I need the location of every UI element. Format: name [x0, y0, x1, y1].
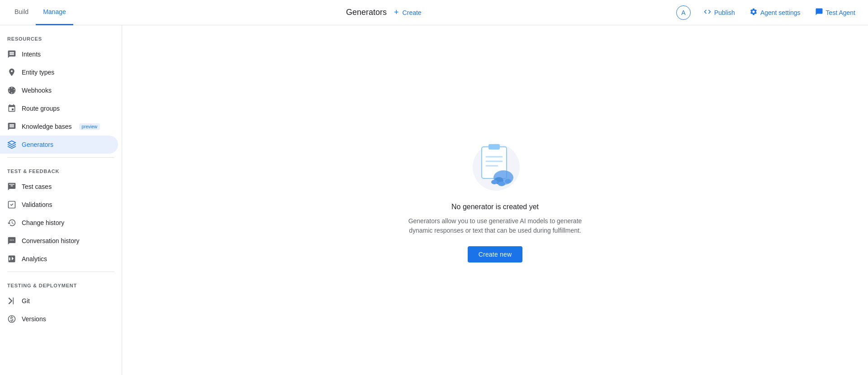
- sidebar-item-label: Intents: [22, 51, 41, 58]
- agent-settings-button[interactable]: Agent settings: [744, 5, 806, 20]
- sidebar: RESOURCES Intents Entity types Webhooks …: [0, 25, 122, 375]
- sidebar-item-label: Webhooks: [22, 87, 52, 94]
- sidebar-item-entity-types[interactable]: Entity types: [0, 63, 118, 81]
- changehistory-icon: [7, 218, 16, 227]
- settings-icon: [749, 8, 758, 17]
- avatar[interactable]: A: [676, 5, 691, 20]
- test-feedback-section-label: TEST & FEEDBACK: [0, 161, 122, 178]
- empty-state-illustration: [468, 138, 522, 192]
- plus-icon[interactable]: +: [394, 8, 399, 17]
- header-page-section: Generators + Create: [328, 8, 422, 17]
- sidebar-item-label: Route groups: [22, 105, 60, 112]
- git-icon: [7, 296, 16, 305]
- sidebar-item-knowledge-bases[interactable]: Knowledge bases preview: [0, 117, 118, 136]
- intents-icon: [7, 50, 16, 59]
- testing-deployment-section-label: TESTING & DEPLOYMENT: [0, 276, 122, 292]
- create-link[interactable]: Create: [403, 9, 422, 16]
- sidebar-item-intents[interactable]: Intents: [0, 45, 118, 63]
- header-actions: A Publish Agent settings Test Agent: [676, 5, 861, 20]
- sidebar-item-label: Change history: [22, 219, 64, 226]
- sidebar-item-validations[interactable]: Validations: [0, 196, 118, 214]
- sidebar-item-label: Git: [22, 297, 30, 305]
- versions-icon: [7, 314, 16, 323]
- svg-point-11: [505, 179, 511, 183]
- empty-state-desc: Generators allow you to use generative A…: [397, 216, 594, 235]
- sidebar-item-label: Validations: [22, 201, 52, 208]
- divider-1: [7, 157, 114, 158]
- sidebar-item-label: Knowledge bases: [22, 123, 72, 130]
- publish-button[interactable]: Publish: [698, 5, 740, 20]
- code-icon: [703, 8, 711, 17]
- test-agent-button[interactable]: Test Agent: [810, 5, 861, 20]
- generators-icon: [7, 140, 16, 149]
- analytics-icon: [7, 254, 16, 263]
- tab-build[interactable]: Build: [7, 0, 36, 25]
- sidebar-item-change-history[interactable]: Change history: [0, 214, 118, 232]
- main-content: No generator is created yet Generators a…: [122, 25, 868, 375]
- sidebar-item-webhooks[interactable]: Webhooks: [0, 81, 118, 99]
- knowledge-icon: [7, 122, 16, 131]
- sidebar-item-conversation-history[interactable]: Conversation history: [0, 232, 118, 250]
- empty-state: No generator is created yet Generators a…: [382, 123, 608, 277]
- validations-icon: [7, 200, 16, 209]
- tab-manage[interactable]: Manage: [36, 0, 73, 25]
- resources-section-label: RESOURCES: [0, 29, 122, 45]
- preview-badge: preview: [79, 123, 100, 130]
- sidebar-item-label: Analytics: [22, 255, 47, 262]
- sidebar-item-git[interactable]: Git: [0, 292, 118, 310]
- empty-state-title: No generator is created yet: [451, 203, 539, 211]
- svg-rect-3: [489, 144, 500, 150]
- sidebar-item-label: Entity types: [22, 69, 54, 76]
- agent-settings-label: Agent settings: [760, 9, 801, 16]
- layout: RESOURCES Intents Entity types Webhooks …: [0, 25, 868, 375]
- sidebar-item-test-cases[interactable]: Test cases: [0, 178, 118, 196]
- svg-point-9: [491, 180, 498, 184]
- create-new-button[interactable]: Create new: [468, 246, 523, 262]
- sidebar-item-label: Conversation history: [22, 237, 80, 244]
- webhook-icon: [7, 86, 16, 95]
- publish-label: Publish: [714, 9, 735, 16]
- sidebar-item-label: Test cases: [22, 183, 52, 190]
- sidebar-item-versions[interactable]: Versions: [0, 310, 118, 328]
- sidebar-item-label: Generators: [22, 141, 53, 148]
- test-agent-label: Test Agent: [826, 9, 855, 16]
- header-tabs: Build Manage: [7, 0, 73, 25]
- route-icon: [7, 104, 16, 113]
- sidebar-item-analytics[interactable]: Analytics: [0, 250, 118, 268]
- chat-icon: [815, 8, 823, 17]
- header: Build Manage Generators + Create A Publi…: [0, 0, 868, 25]
- sidebar-item-route-groups[interactable]: Route groups: [0, 99, 118, 117]
- sidebar-item-label: Versions: [22, 315, 46, 323]
- sidebar-item-generators[interactable]: Generators: [0, 136, 118, 154]
- divider-2: [7, 272, 114, 272]
- svg-point-10: [498, 182, 505, 186]
- page-title: Generators: [337, 8, 387, 17]
- testcases-icon: [7, 182, 16, 191]
- convhistory-icon: [7, 236, 16, 245]
- entity-icon: [7, 68, 16, 77]
